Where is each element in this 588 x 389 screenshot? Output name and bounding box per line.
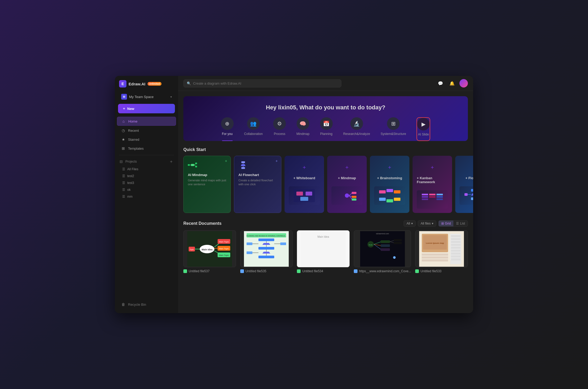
trash-icon: 🗑: [121, 302, 125, 307]
svg-rect-101: [451, 238, 460, 240]
mindmap-thumb-visual: [331, 186, 362, 205]
search-input[interactable]: [193, 81, 338, 85]
category-tab-research[interactable]: 🔬 Research&Analyze: [343, 117, 370, 141]
unlimited-badge: Unlimited: [148, 82, 161, 86]
svg-text:●: ●: [394, 257, 395, 259]
recent-documents-section: Recent Documents All ▾ All files ▾ ⊞: [183, 220, 468, 273]
svg-rect-92: [394, 242, 402, 244]
user-avatar[interactable]: [459, 79, 468, 87]
svg-rect-33: [429, 196, 435, 198]
recent-icon: ◷: [121, 128, 125, 133]
doc-type-indicator: [240, 269, 244, 273]
category-label: AI Slide: [418, 133, 429, 136]
doc-name-533: Untitled file533: [415, 269, 468, 273]
add-project-button[interactable]: ＋: [169, 159, 174, 164]
doc-card-534[interactable]: Main Idea Untitled file534: [297, 230, 350, 273]
ai-mindmap-desc: Generate mind maps with just one sentenc…: [188, 178, 226, 187]
projects-header: ⊟ Projects ＋: [115, 157, 178, 166]
svg-text:Main Topic: Main Topic: [219, 241, 229, 243]
filter-all-button[interactable]: All ▾: [404, 220, 415, 227]
quick-start-flowchart[interactable]: ＋ + Flowchart: [455, 156, 473, 213]
category-label: Collaboration: [244, 132, 263, 136]
page-body: Hey lixin05, What do you want to do toda…: [178, 91, 473, 313]
svg-rect-23: [379, 190, 386, 193]
kanban-label: + Kanban Framework: [417, 176, 448, 184]
svg-rect-110: [422, 256, 448, 259]
svg-rect-26: [379, 198, 386, 201]
team-space-label: My Team Space: [129, 95, 168, 99]
plus-icon: ＋: [302, 164, 307, 171]
svg-rect-30: [422, 196, 428, 198]
recycle-bin-item[interactable]: 🗑 Recycle Bin: [117, 300, 176, 309]
plus-icon: ＋: [387, 164, 392, 171]
category-tab-process[interactable]: ⚙ Process: [273, 117, 286, 141]
category-tab-collaboration[interactable]: 👥 Collaboration: [244, 117, 263, 141]
doc-card-cove[interactable]: edrawmind.com Node: [354, 230, 411, 273]
chat-icon: 💬: [438, 81, 443, 86]
filter-all-files-button[interactable]: All files ▾: [418, 220, 436, 227]
file-item-all[interactable]: ☰ All Files: [115, 166, 178, 173]
doc-card-535[interactable]: PLANNING AND REVIEW OF INTERNAL CONTROLS…: [240, 230, 293, 273]
sidebar-item-starred[interactable]: ★ Starred: [117, 135, 176, 144]
file-item-test2[interactable]: ☰ test2: [115, 173, 178, 179]
quick-start-mindmap[interactable]: ＋ + Mindmap: [327, 156, 367, 213]
svg-rect-14: [306, 192, 312, 196]
list-icon: ☰: [456, 222, 459, 225]
sidebar-item-templates[interactable]: ⊞ Templates: [117, 144, 176, 153]
quick-start-ai-flowchart[interactable]: ＋ AI Flowchart Create a detailed flowcha…: [234, 156, 281, 213]
templates-icon: ⊞: [121, 146, 125, 150]
filter-group: All ▾ All files ▾ ⊞ Grid: [404, 220, 468, 227]
add-icon: ＋: [275, 159, 278, 163]
search-icon: 🔍: [187, 81, 191, 85]
category-label: System&Structure: [381, 132, 406, 136]
doc-name-534: Untitled file534: [297, 269, 350, 273]
plus-icon: ＋: [430, 164, 435, 171]
search-bar[interactable]: 🔍: [183, 79, 341, 87]
list-view-button[interactable]: ☰ List: [453, 221, 468, 226]
quick-start-ai-mindmap[interactable]: ＋ AI Mindmap Generate mind maps with jus…: [183, 156, 231, 213]
category-tab-planning[interactable]: 📅 Planning: [320, 117, 333, 141]
chat-button[interactable]: 💬: [436, 79, 445, 87]
svg-rect-32: [429, 194, 435, 195]
svg-rect-100: [451, 235, 460, 237]
file-item-mm[interactable]: ☰ mm: [115, 193, 178, 200]
star-icon: ★: [121, 137, 125, 142]
doc-card-537[interactable]: Main Idea Main Topic Main Topic Main Top…: [183, 230, 236, 273]
main-content: 🔍 💬 🔔 Hey lixin05, What do you want to d…: [178, 76, 473, 313]
grid-icon: ⊞: [441, 222, 444, 225]
file-item-test3[interactable]: ☰ test3: [115, 179, 178, 186]
sidebar-item-label: Home: [128, 119, 138, 123]
app-name: Edraw.AI: [129, 82, 145, 86]
notification-button[interactable]: 🔔: [448, 79, 456, 87]
doc-card-533[interactable]: Lorem Ipsum map: [415, 230, 468, 273]
category-tab-mindmap[interactable]: 🧠 Mindmap: [296, 117, 309, 141]
svg-marker-68: [262, 252, 270, 254]
svg-rect-24: [386, 189, 393, 192]
sidebar-item-home[interactable]: ⌂ Home: [117, 117, 176, 126]
category-tab-for-you[interactable]: ⊕ For you: [221, 117, 234, 141]
file-item-ok[interactable]: ☰ ok: [115, 186, 178, 193]
add-icon: ＋: [224, 159, 228, 163]
doc-thumb-535: PLANNING AND REVIEW OF INTERNAL CONTROLS…: [240, 230, 293, 267]
quick-start-brainstoming[interactable]: ＋ + Brainstoming: [370, 156, 409, 213]
sidebar-item-recent[interactable]: ◷ Recent: [117, 126, 176, 135]
team-space-button[interactable]: M My Team Space ▾: [117, 92, 176, 102]
home-icon: ⌂: [121, 119, 126, 123]
svg-rect-108: [451, 258, 460, 260]
category-tab-system[interactable]: ⊞ System&Structure: [381, 117, 406, 141]
category-tab-ai-slide[interactable]: ▶ AI Slide ↑: [416, 117, 430, 141]
new-button[interactable]: ＋ New: [118, 104, 175, 113]
svg-rect-7: [241, 161, 245, 163]
svg-rect-41: [471, 197, 473, 200]
projects-label: Projects: [125, 160, 166, 163]
grid-view-button[interactable]: ⊞ Grid: [439, 221, 454, 226]
quick-start-kanban[interactable]: ＋ + Kanban Framework: [413, 156, 452, 213]
svg-text:Main Idea: Main Idea: [202, 248, 213, 251]
svg-rect-103: [451, 244, 460, 246]
svg-rect-105: [451, 250, 460, 252]
svg-rect-91: [394, 239, 402, 241]
docs-grid: Main Idea Main Topic Main Topic Main Top…: [183, 230, 468, 273]
quick-start-whiteboard[interactable]: ＋ + Whiteboard: [285, 156, 324, 213]
svg-text:Node: Node: [369, 244, 373, 246]
file-label: test2: [127, 174, 134, 178]
